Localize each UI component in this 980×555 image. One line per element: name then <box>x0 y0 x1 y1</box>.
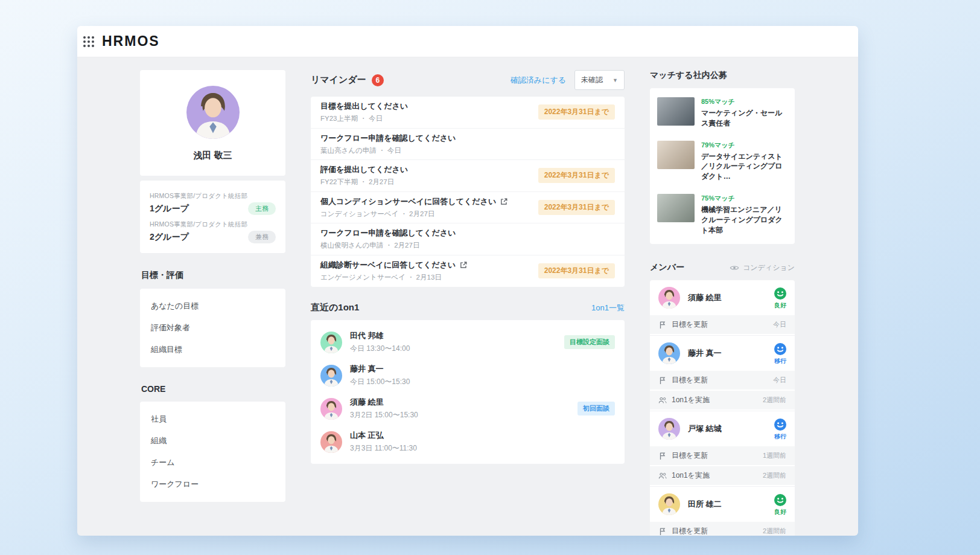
activity-time: 2週間前 <box>763 527 786 536</box>
member-activity-row[interactable]: 目標を更新 今日 <box>650 371 795 390</box>
oneonone-time: 今日 13:30〜14:00 <box>350 344 410 354</box>
apps-grid-icon[interactable] <box>83 36 94 47</box>
groups-card: HRMOS事業部/プロダクト統括部 1グループ 主務 HRMOS事業部/プロダク… <box>140 181 285 253</box>
sidebar-nav-item[interactable]: チーム <box>140 452 285 473</box>
member-block: 須藤 絵里 良好 目標を更新 <box>650 280 795 334</box>
mark-confirmed-button[interactable]: 確認済みにする <box>511 75 566 86</box>
oneonone-row[interactable]: 田代 邦雄 今日 13:30〜14:00 目標設定面談 <box>311 326 625 359</box>
app-header: HRMOS <box>77 26 858 57</box>
condition-status: 移行 <box>774 419 786 440</box>
oneonone-list-link[interactable]: 1on1一覧 <box>591 303 625 313</box>
sidebar-nav-item[interactable]: 社員 <box>140 408 285 430</box>
flag-icon <box>658 376 667 385</box>
member-activity-row[interactable]: 目標を更新 1週間前 <box>650 446 795 465</box>
condition-label: 良好 <box>774 509 786 515</box>
reminder-filter-value: 未確認 <box>581 75 603 85</box>
member-avatar <box>658 287 680 309</box>
oneonone-time: 3月3日 11:00〜11:30 <box>350 443 417 454</box>
members-header: メンバー コンディション <box>650 262 795 273</box>
member-activity-row[interactable]: 目標を更新 2週間前 <box>650 522 795 536</box>
activity-time: 2週間前 <box>763 471 786 480</box>
oneonone-person-name: 田代 邦雄 <box>350 330 410 341</box>
oneonone-row[interactable]: 山本 正弘 3月3日 11:00〜11:30 <box>311 425 625 458</box>
right-column: マッチする社内公募 85%マッチ マーケティング・セールス責任者 <box>650 70 795 536</box>
sidebar-section-title: 目標・評価 <box>141 270 285 281</box>
app-logo[interactable]: HRMOS <box>83 33 160 50</box>
center-column: リマインダー 6 確認済みにする 未確認 ▼ <box>311 70 625 536</box>
reminder-subtitle: 葉山亮さんの申請 ・ 今日 <box>320 146 456 155</box>
job-posting-row[interactable]: 75%マッチ 機械学習エンジニア／リクルーティングプロダクト本部 <box>650 188 795 241</box>
condition-status: 良好 <box>774 287 786 309</box>
member-activity-row[interactable]: 1on1を実施 2週間前 <box>650 391 795 409</box>
member-row[interactable]: 須藤 絵里 良好 <box>650 280 795 315</box>
condition-status: 良好 <box>774 494 786 515</box>
members-title: メンバー <box>650 262 684 273</box>
reminder-title: 評価を提出してください <box>320 164 408 175</box>
member-avatar <box>320 365 342 387</box>
due-date-badge: 2022年3月31日まで <box>538 168 615 183</box>
sidebar-nav-item[interactable]: ワークフロー <box>140 473 285 495</box>
condition-smiley-icon <box>774 419 786 431</box>
group-row: HRMOS事業部/プロダクト統括部 2グループ 兼務 <box>150 220 276 243</box>
member-name: 戸塚 結城 <box>688 423 722 434</box>
sidebar-nav-item[interactable]: 組織目標 <box>140 339 285 361</box>
logo-text: HRMOS <box>102 33 160 50</box>
main-content: 浅田 敬三 HRMOS事業部/プロダクト統括部 1グループ 主務 <box>77 57 858 536</box>
oneonone-title: 直近の1on1 <box>311 302 359 313</box>
condition-toggle-label: コンディション <box>743 263 795 273</box>
sidebar-nav-item[interactable]: あなたの目標 <box>140 295 285 317</box>
sidebar-section: 目標・評価 あなたの目標 評価対象者 組織目標 <box>140 270 285 367</box>
job-thumbnail <box>657 141 695 169</box>
oneonone-person-name: 須藤 絵里 <box>350 397 418 408</box>
reminder-subtitle: エンゲージメントサーベイ ・ 2月13日 <box>320 273 467 282</box>
job-thumbnail <box>657 194 695 222</box>
reminder-row[interactable]: ワークフロー申請を確認してください 横山俊明さんの申請 ・ 2月27日 <box>311 223 625 255</box>
member-avatar <box>658 342 680 364</box>
member-activity-row[interactable]: 目標を更新 今日 <box>650 315 795 334</box>
eye-icon <box>730 265 739 271</box>
condition-smiley-icon <box>774 287 786 300</box>
job-posting-row[interactable]: 79%マッチ データサイエンティスト／リクルーティングプロダクト… <box>650 135 795 188</box>
job-posting-row[interactable]: 85%マッチ マーケティング・セールス責任者 <box>650 91 795 135</box>
condition-label: 移行 <box>774 358 786 364</box>
meeting-type-badge: 初回面談 <box>578 402 615 415</box>
oneonone-person-name: 山本 正弘 <box>350 430 417 441</box>
reminders-card: 目標を提出してください FY23上半期 ・ 今日 2022年3月31日まで <box>311 97 625 287</box>
reminder-row[interactable]: 個人コンディションサーベイに回答してください コンディションサーベイ ・ 2月2… <box>311 192 625 224</box>
sidebar-section: CORE 社員 組織 チーム ワークフロー <box>140 384 285 502</box>
member-activity-row[interactable]: 1on1を実施 2週間前 <box>650 466 795 485</box>
member-name: 須藤 絵里 <box>688 292 722 303</box>
activity-text: 目標を更新 <box>672 319 708 330</box>
meeting-type-badge: 目標設定面談 <box>564 335 615 349</box>
group-name: 2グループ <box>150 232 189 243</box>
member-row[interactable]: 田所 雄二 良好 <box>650 487 795 522</box>
member-row[interactable]: 藤井 真一 移行 <box>650 336 795 371</box>
job-title: 機械学習エンジニア／リクルーティングプロダクト本部 <box>701 205 788 235</box>
page-background: HRMOS 浅田 敬三 HRMOS事業部/プロダクト統括部 <box>0 0 980 555</box>
oneonone-card: 田代 邦雄 今日 13:30〜14:00 目標設定面談 <box>311 320 625 464</box>
flag-icon <box>658 452 667 460</box>
job-match-percent: 75%マッチ <box>701 194 788 203</box>
job-match-percent: 85%マッチ <box>701 97 788 106</box>
sidebar-nav-item[interactable]: 評価対象者 <box>140 317 285 339</box>
oneonone-person-name: 藤井 真一 <box>350 364 410 374</box>
reminders-title: リマインダー <box>311 74 366 86</box>
reminder-row[interactable]: ワークフロー申請を確認してください 葉山亮さんの申請 ・ 今日 <box>311 129 625 161</box>
condition-toggle[interactable]: コンディション <box>730 263 795 273</box>
reminder-filter-dropdown[interactable]: 未確認 ▼ <box>574 70 625 90</box>
sidebar-nav-item[interactable]: 組織 <box>140 430 285 452</box>
reminder-row[interactable]: 目標を提出してください FY23上半期 ・ 今日 2022年3月31日まで <box>311 97 625 129</box>
oneonone-section: 直近の1on1 1on1一覧 田代 邦雄 <box>311 302 625 464</box>
oneonone-row[interactable]: 藤井 真一 今日 15:00〜15:30 <box>311 359 625 392</box>
chevron-down-icon: ▼ <box>612 77 618 83</box>
oneonone-row[interactable]: 須藤 絵里 3月2日 15:00〜15:30 初回面談 <box>311 392 625 425</box>
group-role-badge: 兼務 <box>248 231 276 243</box>
reminder-row[interactable]: 組織診断サーベイに回答してください エンゲージメントサーベイ ・ 2月13日 2… <box>311 255 625 287</box>
reminders-header: リマインダー 6 確認済みにする 未確認 ▼ <box>311 70 625 90</box>
reminder-row[interactable]: 評価を提出してください FY22下半期 ・ 2月27日 2022年3月31日まで <box>311 160 625 192</box>
member-row[interactable]: 戸塚 結城 移行 <box>650 411 795 446</box>
member-block: 田所 雄二 良好 目標を更新 <box>650 486 795 536</box>
people-icon <box>658 396 667 405</box>
activity-time: 2週間前 <box>763 396 786 405</box>
activity-time: 1週間前 <box>763 451 786 460</box>
